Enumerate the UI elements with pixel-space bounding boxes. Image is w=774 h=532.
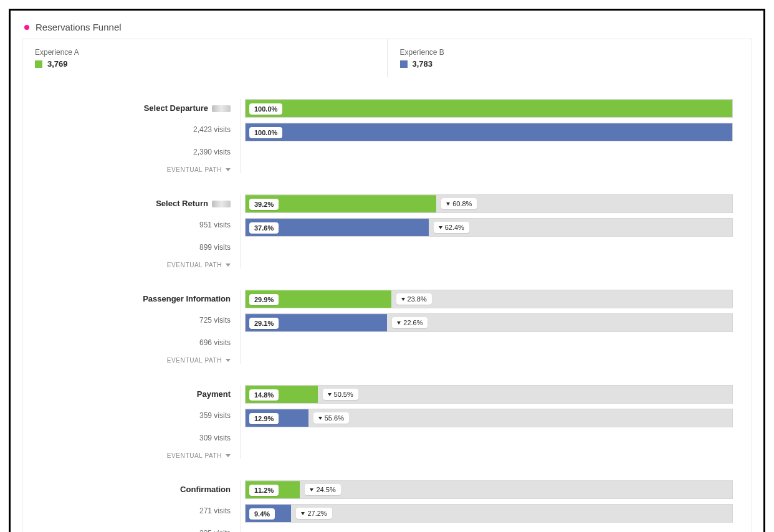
visits-label-b: 899 visits <box>41 237 231 258</box>
funnel-step: Select Departure2,423 visits2,390 visits… <box>41 99 733 173</box>
step-name: Passenger Information <box>41 290 231 308</box>
legend-value-b: 3,783 <box>400 59 740 69</box>
eventual-path-toggle[interactable]: EVENTUAL PATH <box>41 262 231 268</box>
bar-track-a: 100.0% <box>245 99 733 118</box>
pct-badge-b: 29.1% <box>249 318 279 329</box>
down-arrow-icon <box>328 393 332 396</box>
bar-fill-b: 29.1% <box>246 314 387 331</box>
step-bar-column: 39.2%60.8%37.6%62.4% <box>241 194 733 268</box>
eventual-path-toggle[interactable]: EVENTUAL PATH <box>41 452 231 459</box>
dropoff-badge-a: 60.8% <box>441 198 477 209</box>
bar-track-b: 12.9%55.6% <box>245 409 733 427</box>
step-name: Select Return <box>41 194 231 213</box>
dropoff-value-a: 60.8% <box>452 200 472 207</box>
step-label-column: Select Return951 visits899 visitsEVENTUA… <box>41 194 241 268</box>
funnel-step: Select Return951 visits899 visitsEVENTUA… <box>41 194 733 268</box>
bar-fill-a: 100.0% <box>246 100 732 117</box>
chevron-down-icon <box>226 168 231 171</box>
swatch-a-icon <box>35 60 42 68</box>
bar-fill-a: 39.2% <box>246 195 436 212</box>
bar-track-b: 37.6%62.4% <box>245 218 733 237</box>
down-arrow-icon <box>439 226 442 229</box>
visits-label-a: 271 visits <box>41 500 231 521</box>
bar-track-a: 39.2%60.8% <box>245 194 733 213</box>
step-name-text: Confirmation <box>180 480 231 499</box>
bar-fill-b: 100.0% <box>246 123 732 141</box>
dropoff-value-b: 62.4% <box>445 224 464 231</box>
dropoff-value-a: 50.5% <box>334 391 353 398</box>
status-dot-icon <box>24 25 29 30</box>
step-name: Confirmation <box>41 480 231 499</box>
eventual-path-toggle[interactable]: EVENTUAL PATH <box>41 357 231 364</box>
pct-badge-b: 9.4% <box>249 508 275 520</box>
panel-header: Reservations Funnel <box>22 19 752 39</box>
step-label-column: Passenger Information725 visits696 visit… <box>41 290 241 364</box>
funnel-step: Confirmation271 visits225 visits11.2%24.… <box>41 480 733 532</box>
redacted-text-icon <box>212 201 231 207</box>
bar-fill-b: 37.6% <box>246 219 429 236</box>
visits-label-a: 725 visits <box>41 310 231 331</box>
dropoff-badge-a: 50.5% <box>323 389 358 400</box>
down-arrow-icon <box>397 321 401 325</box>
panel-frame: Reservations Funnel Experience A 3,769 E… <box>9 9 765 532</box>
eventual-path-label: EVENTUAL PATH <box>167 262 222 268</box>
funnel-card: Experience A 3,769 Experience B 3,783 Se… <box>22 39 752 532</box>
dropoff-value-a: 23.8% <box>408 295 427 303</box>
visits-label-b: 225 visits <box>41 523 231 532</box>
legend-experience-a[interactable]: Experience A 3,769 <box>22 39 387 77</box>
panel-title: Reservations Funnel <box>36 22 122 32</box>
bar-track-b: 9.4%27.2% <box>245 504 733 523</box>
step-label-column: Select Departure2,423 visits2,390 visits… <box>41 99 241 173</box>
visits-label-b: 309 visits <box>41 427 231 449</box>
step-label-column: Payment359 visits309 visitsEVENTUAL PATH <box>41 385 241 459</box>
down-arrow-icon <box>318 417 322 420</box>
down-arrow-icon <box>401 298 405 301</box>
dropoff-badge-a: 24.5% <box>305 484 340 495</box>
down-arrow-icon <box>446 202 450 206</box>
funnel-step: Passenger Information725 visits696 visit… <box>41 290 733 364</box>
bar-fill-b: 9.4% <box>246 505 291 522</box>
step-name-text: Select Return <box>156 194 208 213</box>
bar-track-a: 14.8%50.5% <box>245 385 733 404</box>
visits-label-a: 2,423 visits <box>41 119 231 140</box>
visits-label-b: 696 visits <box>41 332 231 353</box>
step-bar-column: 11.2%24.5%9.4%27.2% <box>241 480 733 532</box>
dropoff-value-a: 24.5% <box>316 486 335 493</box>
dropoff-badge-b: 22.6% <box>392 317 428 328</box>
bar-fill-b: 12.9% <box>246 409 308 427</box>
dropoff-badge-b: 27.2% <box>296 508 332 519</box>
eventual-path-toggle[interactable]: EVENTUAL PATH <box>41 166 231 173</box>
chevron-down-icon <box>226 264 231 267</box>
funnel-step: Payment359 visits309 visitsEVENTUAL PATH… <box>41 385 733 459</box>
bar-track-b: 100.0% <box>245 123 733 141</box>
down-arrow-icon <box>310 488 313 492</box>
legend-experience-b[interactable]: Experience B 3,783 <box>387 39 752 77</box>
pct-badge-b: 100.0% <box>249 127 282 138</box>
step-bar-column: 29.9%23.8%29.1%22.6% <box>241 290 733 364</box>
legend-row: Experience A 3,769 Experience B 3,783 <box>22 39 752 78</box>
bar-fill-a: 29.9% <box>246 290 391 308</box>
dropoff-value-b: 55.6% <box>325 414 344 422</box>
step-name-text: Payment <box>197 385 231 404</box>
legend-total-b: 3,783 <box>413 59 433 69</box>
visits-label-a: 951 visits <box>41 214 231 235</box>
pct-badge-a: 14.8% <box>249 389 279 401</box>
step-name: Select Departure <box>41 99 231 118</box>
bar-track-a: 11.2%24.5% <box>245 480 733 499</box>
pct-badge-a: 39.2% <box>249 199 279 210</box>
chevron-down-icon <box>226 359 231 362</box>
visits-label-b: 2,390 visits <box>41 141 231 163</box>
step-name-text: Select Departure <box>144 99 208 118</box>
chevron-down-icon <box>226 454 231 457</box>
legend-label-a: Experience A <box>35 48 375 57</box>
step-name: Payment <box>41 385 231 404</box>
pct-badge-b: 12.9% <box>249 413 279 424</box>
legend-label-b: Experience B <box>400 48 740 57</box>
bar-fill-a: 14.8% <box>246 386 318 403</box>
eventual-path-label: EVENTUAL PATH <box>167 166 222 173</box>
pct-badge-a: 11.2% <box>249 485 279 496</box>
swatch-b-icon <box>400 60 408 68</box>
step-bar-column: 100.0%100.0% <box>241 99 733 173</box>
dropoff-badge-b: 62.4% <box>434 222 469 233</box>
bar-track-b: 29.1%22.6% <box>245 313 733 332</box>
